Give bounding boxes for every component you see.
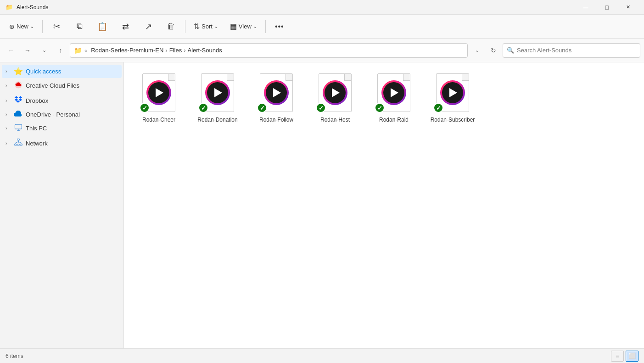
file-name: Rodan-Follow	[259, 117, 293, 124]
copy-icon: ⧉	[77, 22, 83, 31]
this-pc-chevron-icon: ›	[6, 126, 13, 131]
breadcrumb-arrow-1: ›	[165, 47, 167, 54]
breadcrumb-segment-1[interactable]: Rodan-Series-Premium-EN	[91, 47, 163, 54]
play-triangle-icon	[449, 88, 457, 97]
file-media-icon	[205, 80, 230, 105]
sidebar-label-network: Network	[26, 140, 48, 147]
sidebar-item-creative-cloud[interactable]: › Creative Cloud Files	[2, 78, 122, 93]
play-triangle-icon	[391, 88, 398, 97]
file-item[interactable]: ✓ Rodan-Subscriber	[425, 70, 480, 128]
more-button[interactable]: •••	[269, 17, 291, 37]
onedrive-icon	[14, 111, 23, 118]
back-button[interactable]: ←	[4, 43, 18, 58]
file-item[interactable]: ✓ Rodan-Raid	[366, 70, 421, 128]
network-chevron-icon: ›	[6, 141, 13, 146]
file-media-inner	[266, 82, 287, 103]
file-item[interactable]: ✓ Rodan-Donation	[190, 70, 245, 128]
delete-button[interactable]: 🗑	[160, 17, 182, 37]
play-triangle-icon	[214, 88, 222, 97]
sidebar-item-network[interactable]: › Network	[2, 136, 122, 151]
sort-chevron-icon: ⌄	[214, 24, 218, 29]
creative-cloud-chevron-icon: ›	[6, 83, 13, 88]
titlebar-folder-icon: 📁	[6, 4, 13, 11]
play-triangle-icon	[273, 88, 281, 97]
sidebar-item-this-pc[interactable]: › This PC	[2, 121, 122, 135]
cut-icon: ✂	[53, 22, 60, 32]
main-layout: › ⭐ Quick access › Creative Cloud Files …	[0, 62, 644, 348]
file-content-area: ✓ Rodan-Cheer ✓ Rodan-Donation	[124, 62, 644, 348]
recent-button[interactable]: ⌄	[37, 43, 51, 58]
sidebar-label-dropbox: Dropbox	[26, 97, 48, 104]
svg-rect-1	[15, 124, 22, 129]
statusbar: 6 items ≡ ⬜	[0, 348, 644, 363]
cut-button[interactable]: ✂	[45, 17, 67, 37]
share-icon: ↗	[145, 22, 152, 32]
forward-button[interactable]: →	[20, 43, 35, 58]
search-icon: 🔍	[507, 47, 514, 54]
play-triangle-icon	[332, 88, 340, 97]
list-view-button[interactable]: ≡	[611, 351, 624, 362]
addressbar: ← → ⌄ ↑ 📁 « Rodan-Series-Premium-EN › Fi…	[0, 39, 644, 62]
dropbox-icon	[14, 95, 23, 106]
titlebar-controls: — ⎕ ✕	[575, 0, 638, 15]
breadcrumb-segment-2[interactable]: Files	[169, 47, 182, 54]
file-thumbnail: ✓	[374, 73, 414, 114]
sort-label: Sort	[202, 23, 213, 30]
search-bar: 🔍	[503, 43, 640, 58]
view-button[interactable]: ▦ View ⌄	[224, 17, 263, 37]
view-chevron-icon: ⌄	[253, 24, 257, 29]
file-name: Rodan-Subscriber	[431, 117, 475, 124]
more-icon: •••	[275, 22, 284, 31]
grid-view-button[interactable]: ⬜	[626, 351, 638, 362]
this-pc-icon	[14, 123, 23, 133]
sync-checkmark-badge: ✓	[316, 103, 326, 113]
sync-checkmark-badge: ✓	[433, 103, 443, 113]
copy-button[interactable]: ⧉	[68, 17, 90, 37]
view-toggles: ≡ ⬜	[611, 351, 638, 362]
new-plus-icon: ⊕	[9, 23, 15, 30]
file-thumbnail: ✓	[256, 73, 297, 114]
titlebar-title: Alert-Sounds	[17, 4, 575, 11]
file-thumbnail: ✓	[197, 73, 238, 114]
paste-button[interactable]: 📋	[91, 17, 113, 37]
creative-cloud-icon	[14, 81, 23, 90]
sidebar-label-this-pc: This PC	[26, 125, 47, 132]
delete-icon: 🗑	[167, 22, 175, 31]
maximize-button[interactable]: ⎕	[596, 0, 617, 15]
file-media-inner	[207, 82, 228, 103]
refresh-button[interactable]: ↻	[486, 43, 501, 58]
sidebar-label-creative-cloud: Creative Cloud Files	[26, 82, 79, 89]
toolbar: ⊕ New ⌄ ✂ ⧉ 📋 ⇄ ↗ 🗑 ⇅ Sort ⌄ ▦ View ⌄ ••…	[0, 15, 644, 39]
file-thumbnail: ✓	[315, 73, 355, 114]
file-media-inner	[325, 82, 346, 103]
file-media-icon	[264, 80, 289, 105]
move-button[interactable]: ⇄	[114, 17, 136, 37]
close-button[interactable]: ✕	[617, 0, 638, 15]
file-media-inner	[383, 82, 404, 103]
search-input[interactable]	[517, 47, 636, 54]
breadcrumb-bar[interactable]: 📁 « Rodan-Series-Premium-EN › Files › Al…	[70, 43, 468, 58]
toolbar-sep-2	[185, 20, 185, 33]
sync-checkmark-badge: ✓	[257, 103, 267, 113]
share-button[interactable]: ↗	[137, 17, 159, 37]
sidebar-item-quick-access[interactable]: › ⭐ Quick access	[2, 65, 122, 78]
sidebar-item-dropbox[interactable]: › Dropbox	[2, 93, 122, 108]
new-chevron-icon: ⌄	[30, 24, 34, 29]
sync-checkmark-badge: ✓	[140, 103, 150, 113]
onedrive-chevron-icon: ›	[6, 112, 13, 117]
file-item[interactable]: ✓ Rodan-Follow	[249, 70, 304, 128]
file-thumbnail: ✓	[432, 73, 473, 114]
up-button[interactable]: ↑	[53, 43, 68, 58]
minimize-button[interactable]: —	[575, 0, 596, 15]
sidebar-item-onedrive[interactable]: › OneDrive - Personal	[2, 108, 122, 121]
new-button[interactable]: ⊕ New ⌄	[4, 17, 39, 37]
breadcrumb-dropdown-button[interactable]: ⌄	[470, 43, 484, 58]
file-item[interactable]: ✓ Rodan-Cheer	[131, 70, 186, 128]
sidebar: › ⭐ Quick access › Creative Cloud Files …	[0, 62, 124, 348]
network-icon	[14, 138, 23, 148]
breadcrumb-segment-3: Alert-Sounds	[187, 47, 222, 54]
sort-button[interactable]: ⇅ Sort ⌄	[188, 17, 224, 37]
file-item[interactable]: ✓ Rodan-Host	[308, 70, 363, 128]
sync-checkmark-badge: ✓	[375, 103, 385, 113]
file-media-inner	[148, 82, 169, 103]
